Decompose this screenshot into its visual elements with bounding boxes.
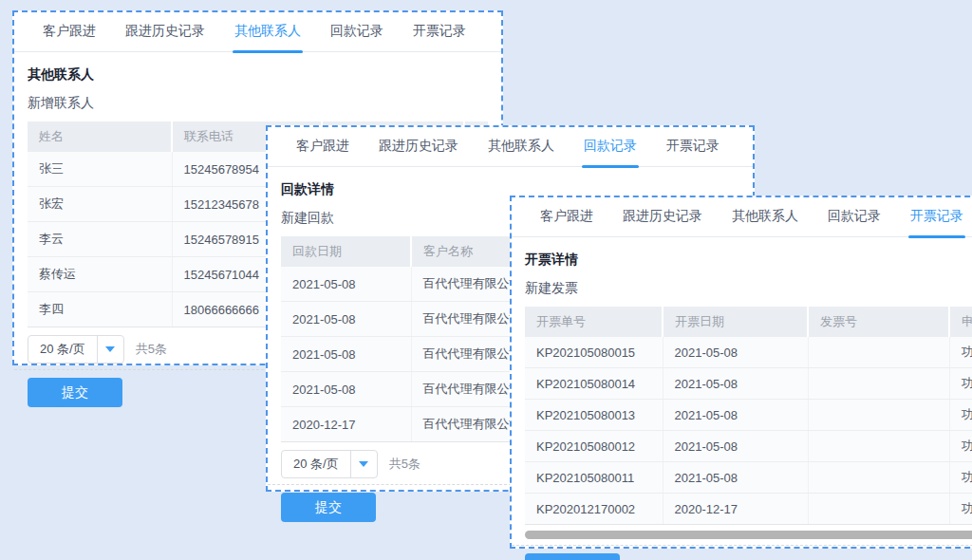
tab-invoice-records[interactable]: 开票记录 bbox=[411, 23, 468, 51]
column-header-name: 姓名 bbox=[28, 121, 172, 152]
column-header-invoice-no: 开票单号 bbox=[525, 307, 663, 337]
table-row: KP202105080013 2021-05-08 功能体验 bbox=[525, 400, 972, 431]
section-title: 其他联系人 bbox=[28, 66, 488, 84]
column-header-payment-date: 回款日期 bbox=[281, 236, 411, 267]
cell-invoice-date: 2021-05-08 bbox=[663, 368, 808, 400]
cell-payment-date: 2021-05-08 bbox=[281, 337, 411, 372]
cell-name: 李云 bbox=[28, 222, 172, 257]
section-title: 开票详情 bbox=[525, 252, 972, 269]
submit-button[interactable]: 提交 bbox=[525, 553, 620, 560]
table-row: KP202105080015 2021-05-08 功能体验 bbox=[525, 337, 972, 368]
tab-other-contacts[interactable]: 其他联系人 bbox=[486, 138, 556, 166]
cell-invoice-no: KP202105080015 bbox=[525, 337, 663, 368]
tab-customer-follow[interactable]: 客户跟进 bbox=[538, 208, 595, 236]
cell-invoice-date: 2021-05-08 bbox=[663, 462, 808, 494]
cell-receipt-no bbox=[808, 462, 949, 494]
tab-other-contacts[interactable]: 其他联系人 bbox=[233, 23, 303, 51]
table-row: KP202105080012 2021-05-08 功能体验 bbox=[525, 431, 972, 462]
cell-name: 蔡传运 bbox=[28, 257, 172, 292]
cell-name: 李四 bbox=[28, 292, 172, 327]
tab-follow-history[interactable]: 跟进历史记录 bbox=[377, 138, 460, 166]
invoice-records-panel: 客户跟进 跟进历史记录 其他联系人 回款记录 开票记录 开票详情 新建发票 开票… bbox=[510, 196, 972, 549]
table-row: KP202105080014 2021-05-08 功能体验 bbox=[525, 368, 972, 400]
tab-bar: 客户跟进 跟进历史记录 其他联系人 回款记录 开票记录 bbox=[14, 12, 501, 52]
page-size-value: 20 条/页 bbox=[282, 451, 350, 477]
page-size-select[interactable]: 20 条/页 bbox=[28, 335, 124, 364]
dropdown-arrow-icon[interactable] bbox=[350, 451, 377, 477]
tab-payment-records[interactable]: 回款记录 bbox=[328, 23, 385, 51]
tab-bar: 客户跟进 跟进历史记录 其他联系人 回款记录 开票记录 bbox=[268, 127, 753, 167]
cell-name: 张三 bbox=[28, 152, 172, 187]
dropdown-arrow-icon[interactable] bbox=[97, 336, 123, 363]
tab-follow-history[interactable]: 跟进历史记录 bbox=[123, 23, 207, 51]
table-header-row: 开票单号 开票日期 发票号 申请人 bbox=[525, 307, 972, 337]
column-header-applicant: 申请人 bbox=[949, 307, 972, 337]
cell-receipt-no bbox=[808, 337, 949, 368]
cell-invoice-date: 2021-05-08 bbox=[663, 337, 808, 368]
total-count: 共5条 bbox=[136, 341, 167, 358]
table-row: KP202012170002 2020-12-17 功能演示 bbox=[525, 494, 972, 525]
cell-applicant: 功能体验 bbox=[949, 337, 972, 368]
new-invoice-link[interactable]: 新建发票 bbox=[525, 280, 578, 297]
cell-receipt-no bbox=[808, 431, 949, 462]
submit-button[interactable]: 提交 bbox=[281, 493, 376, 522]
cell-payment-date: 2021-05-08 bbox=[281, 267, 411, 302]
tab-customer-follow[interactable]: 客户跟进 bbox=[41, 23, 98, 51]
cell-receipt-no bbox=[808, 400, 949, 431]
table-row: KP202105080011 2021-05-08 功能体验 bbox=[525, 462, 972, 494]
tab-invoice-records[interactable]: 开票记录 bbox=[908, 208, 965, 236]
cell-invoice-date: 2020-12-17 bbox=[663, 494, 808, 525]
cell-invoice-no: KP202105080013 bbox=[525, 400, 663, 431]
cell-applicant: 功能体验 bbox=[949, 431, 972, 462]
cell-receipt-no bbox=[808, 368, 949, 400]
submit-button[interactable]: 提交 bbox=[28, 378, 122, 407]
cell-invoice-date: 2021-05-08 bbox=[663, 400, 808, 431]
tab-payment-records[interactable]: 回款记录 bbox=[582, 138, 639, 166]
cell-receipt-no bbox=[808, 494, 949, 525]
tab-customer-follow[interactable]: 客户跟进 bbox=[294, 138, 351, 166]
tab-other-contacts[interactable]: 其他联系人 bbox=[730, 208, 800, 236]
cell-invoice-no: KP202105080011 bbox=[525, 462, 663, 494]
total-count: 共5条 bbox=[389, 456, 421, 473]
tab-bar: 客户跟进 跟进历史记录 其他联系人 回款记录 开票记录 bbox=[512, 197, 972, 237]
cell-applicant: 功能演示 bbox=[949, 494, 972, 525]
new-payment-link[interactable]: 新建回款 bbox=[281, 210, 334, 227]
cell-invoice-no: KP202105080014 bbox=[525, 368, 663, 400]
tab-invoice-records[interactable]: 开票记录 bbox=[664, 138, 721, 166]
cell-invoice-no: KP202012170002 bbox=[525, 494, 663, 525]
invoices-table: 开票单号 开票日期 发票号 申请人 KP202105080015 2021-05… bbox=[525, 307, 972, 525]
cell-applicant: 功能体验 bbox=[949, 368, 972, 400]
cell-applicant: 功能体验 bbox=[949, 400, 972, 431]
add-contact-link[interactable]: 新增联系人 bbox=[28, 95, 94, 112]
page-size-select[interactable]: 20 条/页 bbox=[281, 450, 378, 478]
cell-payment-date: 2020-12-17 bbox=[281, 407, 411, 442]
horizontal-scrollbar[interactable] bbox=[525, 531, 972, 539]
page-background: { "colors": { "page_bg": "#dee8f6", "pan… bbox=[0, 0, 972, 560]
tab-payment-records[interactable]: 回款记录 bbox=[826, 208, 883, 236]
cell-invoice-no: KP202105080012 bbox=[525, 431, 663, 462]
cell-payment-date: 2021-05-08 bbox=[281, 302, 411, 337]
cell-name: 张宏 bbox=[28, 187, 172, 222]
cell-invoice-date: 2021-05-08 bbox=[663, 431, 808, 462]
cell-payment-date: 2021-05-08 bbox=[281, 372, 411, 407]
divider bbox=[512, 545, 972, 546]
page-size-value: 20 条/页 bbox=[28, 336, 97, 363]
tab-follow-history[interactable]: 跟进历史记录 bbox=[621, 208, 704, 236]
column-header-invoice-date: 开票日期 bbox=[663, 307, 808, 337]
cell-applicant: 功能体验 bbox=[949, 462, 972, 494]
column-header-receipt-no: 发票号 bbox=[808, 307, 949, 337]
